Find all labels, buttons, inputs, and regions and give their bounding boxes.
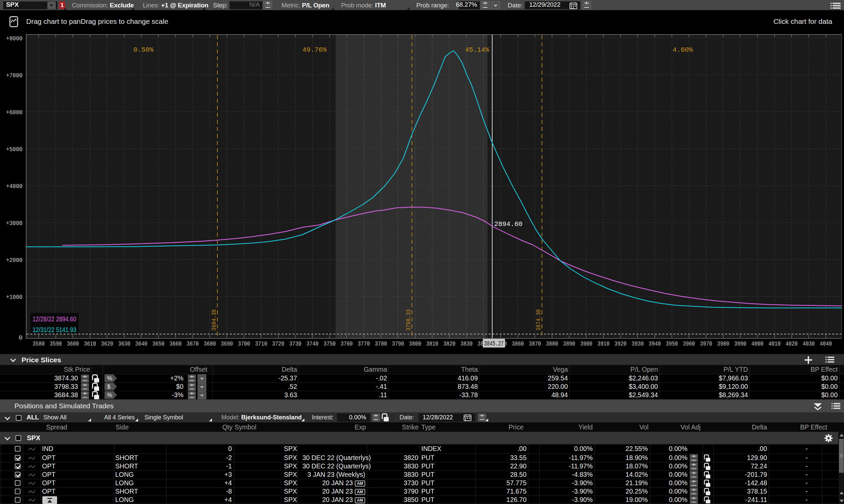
svg-text:3770: 3770 [358, 341, 370, 347]
svg-text:+8000: +8000 [6, 35, 22, 42]
svg-text:3740: 3740 [306, 341, 318, 347]
svg-text:12/28/22 2894.60: 12/28/22 2894.60 [33, 315, 76, 323]
svg-text:3780: 3780 [375, 341, 387, 347]
svg-text:3760: 3760 [341, 341, 353, 347]
svg-text:3670: 3670 [187, 341, 198, 347]
svg-text:12/31/22 5141.93: 12/31/22 5141.93 [33, 326, 76, 334]
svg-text:+1000: +1000 [6, 293, 22, 301]
svg-text:2894.60: 2894.60 [494, 220, 523, 228]
svg-text:3810: 3810 [426, 341, 438, 347]
svg-text:4020: 4020 [786, 341, 798, 347]
svg-text:3680: 3680 [204, 341, 216, 347]
svg-text:3580: 3580 [33, 341, 45, 347]
svg-text:3720: 3720 [272, 341, 284, 347]
svg-text:0.50%: 0.50% [134, 46, 154, 54]
svg-text:3910: 3910 [597, 341, 610, 347]
svg-text:+5000: +5000 [6, 146, 22, 153]
svg-text:3990: 3990 [734, 341, 746, 347]
svg-text:3620: 3620 [101, 341, 113, 347]
svg-text:3980: 3980 [717, 341, 729, 347]
svg-text:3830: 3830 [460, 341, 472, 347]
svg-text:3640: 3640 [136, 341, 147, 347]
svg-text:3870: 3870 [529, 341, 541, 347]
svg-text:3600: 3600 [67, 341, 79, 347]
svg-text:+2000: +2000 [6, 256, 22, 264]
svg-text:3710: 3710 [255, 341, 267, 347]
svg-text:3798.33: 3798.33 [405, 309, 412, 331]
svg-text:0: 0 [19, 334, 22, 341]
svg-text:3790: 3790 [392, 341, 404, 347]
svg-text:4040: 4040 [820, 341, 832, 347]
svg-text:3800: 3800 [409, 341, 421, 347]
svg-text:3730: 3730 [289, 341, 301, 347]
svg-text:4000: 4000 [751, 341, 763, 347]
svg-text:3660: 3660 [170, 341, 182, 347]
svg-text:3610: 3610 [84, 341, 96, 347]
svg-text:3750: 3750 [323, 341, 336, 347]
svg-text:3700: 3700 [238, 341, 250, 347]
svg-text:3630: 3630 [118, 341, 130, 347]
svg-text:3900: 3900 [580, 341, 592, 347]
svg-text:3890: 3890 [563, 341, 575, 347]
svg-text:4030: 4030 [803, 341, 815, 347]
svg-text:+7000: +7000 [6, 72, 22, 79]
svg-text:3880: 3880 [546, 341, 558, 347]
svg-text:+6000: +6000 [6, 109, 22, 116]
svg-text:3690: 3690 [221, 341, 233, 347]
svg-text:3930: 3930 [632, 341, 644, 347]
svg-text:+4000: +4000 [6, 183, 22, 190]
svg-text:+3000: +3000 [6, 220, 22, 227]
svg-text:3940: 3940 [649, 341, 661, 347]
svg-text:3845.27: 3845.27 [484, 340, 504, 347]
svg-text:3950: 3950 [666, 341, 678, 347]
svg-text:4010: 4010 [769, 341, 780, 347]
svg-text:3970: 3970 [700, 341, 712, 347]
svg-text:3650: 3650 [153, 341, 165, 347]
svg-text:3590: 3590 [50, 341, 62, 347]
svg-text:3874.30: 3874.30 [535, 309, 542, 331]
svg-text:3684.38: 3684.38 [210, 309, 218, 331]
svg-text:3820: 3820 [443, 341, 455, 347]
svg-text:3960: 3960 [683, 341, 695, 347]
svg-text:3920: 3920 [615, 341, 627, 347]
svg-text:4.60%: 4.60% [673, 46, 693, 54]
svg-text:45.14%: 45.14% [465, 46, 490, 54]
svg-text:3860: 3860 [512, 341, 524, 347]
svg-text:49.76%: 49.76% [302, 46, 327, 54]
